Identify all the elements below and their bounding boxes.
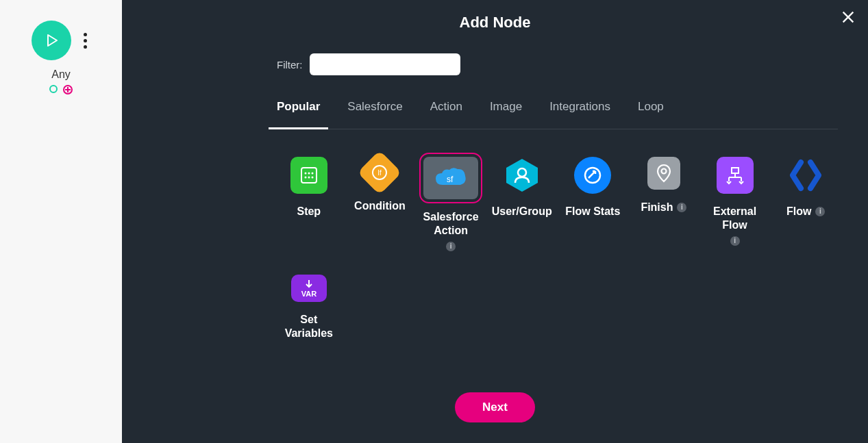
node-label: Finish (641, 201, 673, 214)
svg-point-8 (311, 177, 313, 179)
play-icon (43, 32, 60, 49)
node-user-group[interactable]: User/Group (490, 157, 554, 251)
start-node-label: Any (51, 68, 71, 81)
node-label: Condition (354, 199, 406, 213)
add-node-modal: Add Node Filter: Popular Salesforce Acti… (122, 0, 868, 443)
external-flow-icon (717, 157, 754, 194)
user-group-icon (504, 157, 541, 194)
next-button[interactable]: Next (455, 392, 535, 422)
filter-input[interactable] (310, 53, 460, 75)
info-icon[interactable]: i (446, 242, 456, 251)
tab-popular[interactable]: Popular (277, 100, 320, 121)
start-node-ports (49, 85, 73, 94)
node-salesforce-action[interactable]: sf Salesforce Actioni (419, 157, 483, 251)
start-node-row (32, 21, 91, 60)
node-label: Flow Stats (565, 205, 620, 218)
node-step[interactable]: Step (277, 157, 341, 251)
svg-text:sf: sf (447, 175, 454, 184)
tab-loop[interactable]: Loop (638, 100, 664, 121)
node-set-variables[interactable]: VAR Set Variables (277, 275, 341, 340)
svg-point-7 (308, 177, 310, 179)
start-node[interactable] (32, 21, 71, 60)
node-label: Salesforce Action (419, 210, 483, 238)
tab-salesforce[interactable]: Salesforce (347, 100, 402, 121)
add-connection-icon[interactable] (63, 85, 73, 94)
info-icon[interactable]: i (815, 207, 825, 216)
flow-canvas-sidebar: Any (0, 0, 122, 443)
node-label: Step (297, 205, 321, 218)
tab-image[interactable]: Image (490, 100, 522, 121)
modal-title: Add Node (122, 0, 868, 31)
salesforce-action-icon: sf (423, 157, 478, 199)
node-label: Set Variables (277, 313, 341, 340)
node-label: External Flow (703, 205, 767, 232)
set-variables-icon: VAR (291, 275, 327, 302)
close-icon (841, 10, 856, 25)
modal-footer: Next (122, 375, 868, 443)
step-icon (290, 157, 327, 194)
svg-point-15 (661, 169, 666, 174)
svg-point-3 (304, 173, 306, 175)
condition-icon: If (358, 150, 402, 194)
node-label: User/Group (492, 205, 552, 218)
svg-point-6 (304, 177, 306, 179)
flow-icon (787, 157, 824, 194)
node-finish[interactable]: Finishi (632, 157, 696, 251)
node-label: Flow (786, 205, 811, 218)
filter-row: Filter: (277, 53, 868, 75)
tab-integrations[interactable]: Integrations (549, 100, 610, 121)
start-node-menu[interactable] (79, 29, 91, 53)
svg-marker-12 (506, 159, 538, 192)
close-button[interactable] (841, 10, 856, 27)
node-flow-stats[interactable]: Flow Stats (561, 157, 625, 251)
filter-label: Filter: (277, 59, 303, 71)
finish-icon (647, 157, 680, 190)
flow-stats-icon (574, 157, 611, 194)
node-flow[interactable]: Flowi (773, 157, 838, 251)
svg-point-14 (585, 168, 600, 183)
category-tabs: Popular Salesforce Action Image Integrat… (277, 100, 838, 129)
svg-point-4 (308, 173, 310, 175)
info-icon[interactable]: i (677, 203, 686, 212)
svg-point-5 (311, 173, 313, 175)
node-condition[interactable]: If Condition (348, 157, 412, 251)
tab-action[interactable]: Action (430, 100, 462, 121)
output-port-icon[interactable] (49, 85, 58, 93)
node-grid: Step If Condition sf Salesforce Actioni … (277, 157, 838, 340)
node-external-flow[interactable]: External Flowi (703, 157, 767, 251)
svg-text:If: If (378, 169, 382, 177)
svg-rect-2 (301, 168, 317, 183)
info-icon[interactable]: i (730, 236, 740, 246)
svg-text:VAR: VAR (301, 290, 317, 298)
app-root: Any Add Node Filter: Popular Salesforce … (0, 0, 868, 443)
